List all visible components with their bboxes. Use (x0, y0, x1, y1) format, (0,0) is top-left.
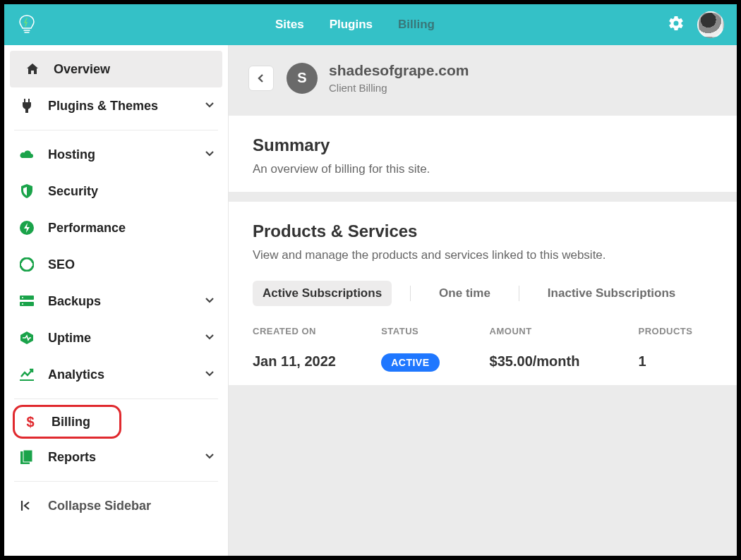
sidebar-item-label: Backups (48, 294, 101, 309)
sidebar: Overview Plugins & Themes Hosting (4, 45, 229, 556)
nav-billing[interactable]: Billing (398, 18, 435, 32)
products-desc: View and manage the products and service… (253, 248, 713, 262)
back-button[interactable] (248, 66, 274, 91)
status-badge: ACTIVE (381, 353, 439, 372)
site-name: shadesofgrape.com (329, 62, 469, 79)
col-amount: AMOUNT (490, 326, 639, 336)
subscription-tabs: Active Subscriptions One time Inactive S… (253, 281, 713, 306)
summary-title: Summary (253, 135, 713, 155)
svg-point-6 (22, 303, 23, 305)
app-logo[interactable] (17, 13, 37, 36)
chevron-down-icon (204, 294, 215, 309)
sidebar-item-billing[interactable]: $ Billing (13, 405, 121, 439)
user-avatar[interactable] (697, 11, 724, 38)
bolt-icon (17, 219, 37, 236)
cell-created: Jan 11, 2022 (253, 353, 381, 370)
svg-rect-8 (23, 450, 32, 462)
svg-point-5 (22, 297, 23, 298)
sidebar-item-overview[interactable]: Overview (10, 51, 222, 87)
site-initial-badge: S (287, 63, 318, 94)
col-status: STATUS (381, 326, 489, 336)
page-header: S shadesofgrape.com Client Billing (229, 45, 737, 115)
analytics-icon (17, 366, 37, 383)
col-created: CREATED ON (253, 326, 381, 336)
nav-sites[interactable]: Sites (275, 18, 304, 32)
products-title: Products & Services (253, 221, 713, 241)
sidebar-item-backups[interactable]: Backups (4, 283, 228, 319)
summary-panel: Summary An overview of billing for this … (229, 116, 737, 192)
home-icon (23, 61, 42, 78)
sidebar-item-label: Performance (48, 221, 126, 236)
shield-icon (17, 183, 37, 200)
chevron-left-icon (257, 73, 265, 83)
products-table-header: CREATED ON STATUS AMOUNT PRODUCTS (253, 326, 713, 336)
tab-inactive-subscriptions[interactable]: Inactive Subscriptions (538, 281, 685, 306)
table-row[interactable]: Jan 11, 2022 ACTIVE $35.00/month 1 (253, 353, 713, 370)
sidebar-item-performance[interactable]: Performance (4, 209, 228, 246)
sidebar-item-label: Billing (52, 415, 90, 430)
chevron-down-icon (204, 331, 215, 346)
uptime-icon (17, 329, 37, 346)
products-panel: Products & Services View and manage the … (229, 202, 737, 385)
tab-separator (410, 286, 411, 301)
chevron-down-icon (204, 367, 215, 382)
col-products: PRODUCTS (639, 326, 713, 336)
sidebar-item-uptime[interactable]: Uptime (4, 319, 228, 356)
cell-status: ACTIVE (381, 353, 489, 370)
sidebar-item-label: Uptime (48, 331, 91, 346)
sidebar-item-label: Hosting (48, 147, 95, 162)
nav-plugins[interactable]: Plugins (330, 18, 373, 32)
summary-desc: An overview of billing for this site. (253, 162, 713, 176)
dollar-icon: $ (20, 413, 40, 430)
seo-icon (17, 256, 37, 273)
sidebar-item-label: Overview (54, 62, 110, 77)
reports-icon (17, 449, 37, 465)
sidebar-item-security[interactable]: Security (4, 173, 228, 209)
sidebar-item-analytics[interactable]: Analytics (4, 356, 228, 393)
sidebar-item-label: Analytics (48, 367, 104, 382)
sidebar-item-reports[interactable]: Reports (4, 439, 228, 475)
cloud-icon (17, 146, 37, 163)
chevron-down-icon (204, 147, 215, 162)
chevron-down-icon (204, 99, 215, 114)
sidebar-item-label: Plugins & Themes (48, 99, 158, 114)
breadcrumb: Client Billing (329, 82, 469, 94)
sidebar-item-label: Security (48, 184, 98, 199)
cell-amount: $35.00/month (490, 353, 639, 370)
storage-icon (17, 293, 37, 310)
plug-icon (17, 97, 37, 114)
sidebar-item-plugins-themes[interactable]: Plugins & Themes (4, 87, 228, 124)
sidebar-item-label: SEO (48, 257, 75, 272)
chevron-down-icon (204, 450, 215, 465)
gear-icon[interactable] (668, 15, 685, 35)
tab-separator (519, 286, 519, 301)
sidebar-item-label: Collapse Sidebar (48, 499, 151, 513)
collapse-icon (17, 497, 37, 514)
lightbulb-icon (18, 14, 36, 35)
cell-products: 1 (639, 353, 713, 370)
sidebar-item-hosting[interactable]: Hosting (4, 136, 228, 173)
sidebar-item-label: Reports (48, 450, 96, 465)
svg-rect-2 (21, 263, 32, 266)
tab-one-time[interactable]: One time (429, 281, 500, 306)
sidebar-item-seo[interactable]: SEO (4, 246, 228, 283)
sidebar-collapse[interactable]: Collapse Sidebar (4, 487, 228, 524)
tab-active-subscriptions[interactable]: Active Subscriptions (253, 281, 392, 306)
